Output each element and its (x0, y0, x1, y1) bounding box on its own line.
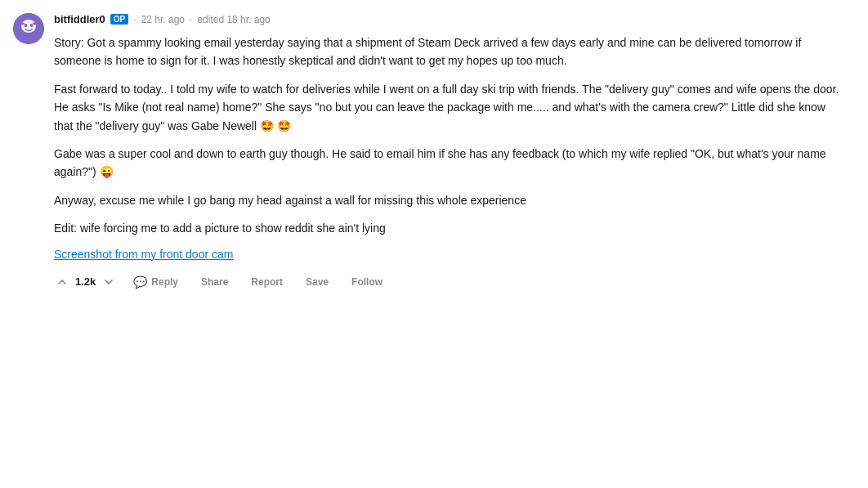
upvote-button[interactable] (54, 274, 70, 290)
post-content: bitfiddler0 OP · 22 hr. ago · edited 18 … (54, 13, 847, 292)
vote-section: 1.2k (54, 274, 117, 290)
front-door-cam-link[interactable]: Screenshot from my front door cam (54, 248, 233, 261)
meta-dot-2: · (190, 14, 192, 25)
reply-label: Reply (151, 276, 178, 288)
save-button[interactable]: Save (299, 273, 335, 291)
report-button[interactable]: Report (244, 273, 289, 291)
svg-point-2 (25, 24, 28, 27)
save-label: Save (306, 276, 329, 288)
avatar (13, 13, 44, 44)
post-container: bitfiddler0 OP · 22 hr. ago · edited 18 … (13, 13, 847, 292)
report-label: Report (251, 276, 283, 288)
post-actions: 1.2k 💬 Reply Share Report Save (54, 272, 847, 292)
paragraph-4: Anyway, excuse me while I go bang my hea… (54, 191, 847, 209)
paragraph-1: Story: Got a spammy looking email yester… (54, 34, 847, 70)
svg-point-3 (30, 24, 34, 27)
timestamp: 22 hr. ago (141, 14, 185, 25)
paragraph-2: Fast forward to today.. I told my wife t… (54, 80, 847, 135)
reply-icon: 💬 (133, 275, 147, 289)
username: bitfiddler0 (54, 13, 105, 25)
post-header: bitfiddler0 OP · 22 hr. ago · edited 18 … (54, 13, 847, 25)
vote-count: 1.2k (75, 275, 96, 288)
downvote-button[interactable] (101, 274, 117, 290)
follow-label: Follow (351, 276, 383, 288)
op-badge: OP (110, 14, 128, 25)
post-body: Story: Got a spammy looking email yester… (54, 34, 847, 238)
follow-button[interactable]: Follow (345, 273, 389, 291)
meta-dot-1: · (133, 14, 136, 25)
share-label: Share (201, 276, 228, 288)
reply-button[interactable]: 💬 Reply (127, 272, 185, 292)
edited-label: edited 18 hr. ago (197, 14, 270, 25)
share-button[interactable]: Share (195, 273, 235, 291)
paragraph-3: Gabe was a super cool and down to earth … (54, 145, 847, 181)
paragraph-5: Edit: wife forcing me to add a picture t… (54, 219, 847, 237)
